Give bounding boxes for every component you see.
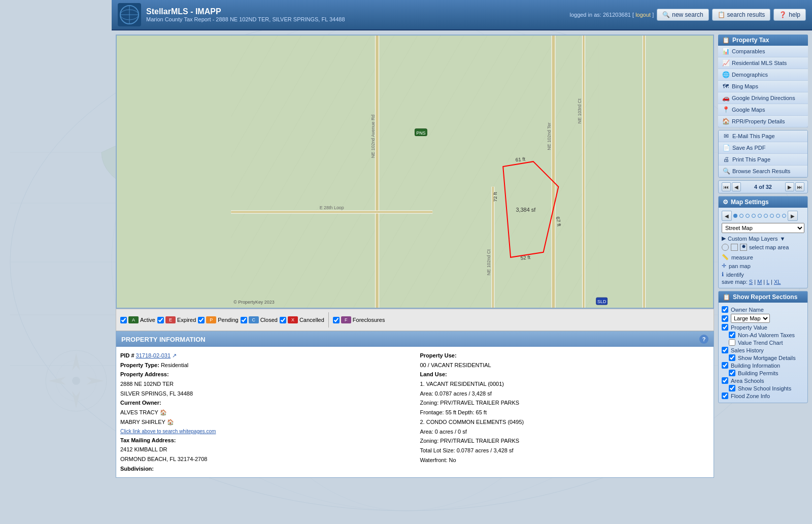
map-type-select[interactable]: Street Map Satellite Hybrid Terrain xyxy=(722,223,804,233)
value-trend-checkbox[interactable] xyxy=(729,339,735,346)
svg-text:© PropertyKey 2023: © PropertyKey 2023 xyxy=(233,300,275,305)
active-checkbox[interactable] xyxy=(120,317,127,323)
foreclosures-checkbox[interactable] xyxy=(333,317,340,323)
nav-prev-button[interactable]: ◀ xyxy=(732,182,741,191)
sidebar-item-residential-mls-stats[interactable]: 📈 Residential MLS Stats xyxy=(718,57,808,69)
email-page-item[interactable]: ✉ E-Mail This Page xyxy=(719,130,807,142)
select-poly-icon[interactable]: ⬟ xyxy=(740,244,747,251)
expired-label: Expired xyxy=(177,317,196,323)
property-type-row: Property Type: Residential xyxy=(120,361,410,370)
nav-first-button[interactable]: ⏮ xyxy=(722,182,731,191)
owner-name-checkbox[interactable] xyxy=(722,306,728,313)
closed-label: Closed xyxy=(260,317,278,323)
zoom-in-button[interactable]: ▶ xyxy=(788,211,798,221)
owner2-row: MABRY SHIRLEY 🏠 xyxy=(120,417,410,427)
closed-toggle[interactable]: C Closed xyxy=(241,316,278,323)
area-1: Area: 0.0787 acres / 3,428 sf xyxy=(420,389,710,399)
pid-link[interactable]: 31718-02-031 xyxy=(136,352,171,358)
sidebar-item-google-driving[interactable]: 🚗 Google Driving Directions xyxy=(718,92,808,104)
sidebar-item-google-maps[interactable]: 📍 Google Maps xyxy=(718,104,808,116)
pan-map-item[interactable]: ✛ pan map xyxy=(722,261,804,270)
select-area-label: select map area xyxy=(749,244,789,250)
large-map-checkbox[interactable] xyxy=(722,315,728,322)
header-right: logged in as: 261203681 [ logout ] 🔍 new… xyxy=(569,9,806,21)
mailing-city: ORMOND BEACH, FL 32174-2708 xyxy=(120,454,410,464)
google-maps-icon: 📍 xyxy=(722,106,729,113)
expired-toggle[interactable]: E Expired xyxy=(157,316,196,323)
school-insights-checkbox[interactable] xyxy=(729,385,735,391)
closed-checkbox[interactable] xyxy=(241,317,247,323)
foreclosures-label: Foreclosures xyxy=(353,317,385,323)
svg-text:NE 102nd Avenue Rd: NE 102nd Avenue Rd xyxy=(370,115,376,158)
select-rect-icon[interactable] xyxy=(731,244,738,251)
pending-icon: P xyxy=(206,316,216,323)
custom-layers-arrow: ▼ xyxy=(780,236,785,242)
save-pdf-item[interactable]: 📄 Save As PDF xyxy=(719,142,807,154)
non-ad-valorem-checkbox[interactable] xyxy=(729,332,735,338)
pending-toggle[interactable]: P Pending xyxy=(198,316,238,323)
sidebar-item-rpr[interactable]: 🏠 RPR/Property Details xyxy=(718,116,808,127)
cancelled-checkbox[interactable] xyxy=(280,317,286,323)
identify-icon: ℹ xyxy=(722,271,724,278)
property-value-checkbox[interactable] xyxy=(722,324,728,331)
cancelled-toggle[interactable]: X Cancelled xyxy=(280,316,324,323)
map-settings-icon: ⚙ xyxy=(723,199,728,206)
building-info-checkbox[interactable] xyxy=(722,362,728,369)
zoom-dot-1 xyxy=(739,214,743,218)
svg-point-10 xyxy=(72,377,80,385)
property-info-body: PID # 31718-02-031 ↗ Property Type: Resi… xyxy=(116,347,714,477)
report-non-ad-valorem: Non-Ad Valorem Taxes xyxy=(729,331,804,339)
flood-zone-checkbox[interactable] xyxy=(722,392,728,399)
sidebar-item-demographics[interactable]: 🌐 Demographics xyxy=(718,69,808,81)
help-button[interactable]: ❓ help xyxy=(773,9,806,21)
browse-label: Browse Search Results xyxy=(732,168,790,174)
email-icon: ✉ xyxy=(723,133,730,140)
print-page-item[interactable]: 🖨 Print This Page xyxy=(719,154,807,166)
new-search-icon: 🔍 xyxy=(662,11,670,18)
search-results-button[interactable]: 📋 search results xyxy=(712,9,771,21)
large-map-select[interactable]: Large Map Small Map xyxy=(731,314,770,323)
tax-mailing-label: Tax Mailing Address: xyxy=(120,436,410,445)
property-info-help[interactable]: ? xyxy=(699,335,708,344)
identify-item[interactable]: ℹ identify xyxy=(722,270,804,279)
expired-checkbox[interactable] xyxy=(157,317,164,323)
custom-layers-toggle[interactable]: ▶ Custom Map Layers ▼ xyxy=(722,235,804,242)
map-settings-section: ⚙ Map Settings ◀ ▶ xyxy=(718,196,808,288)
nav-next-button[interactable]: ▶ xyxy=(785,182,794,191)
whitepages-link[interactable]: Click link above to search whitepages.co… xyxy=(120,427,410,436)
zoom-out-button[interactable]: ◀ xyxy=(722,211,732,221)
sales-history-checkbox[interactable] xyxy=(722,347,728,353)
save-map-s[interactable]: S xyxy=(749,279,753,285)
select-circle-icon[interactable] xyxy=(722,244,729,251)
save-map-xl[interactable]: XL xyxy=(774,279,781,285)
sidebar-item-comparables[interactable]: 📊 Comparables xyxy=(718,46,808,57)
frontage-depth: Frontage: 55 ft Depth: 65 ft xyxy=(420,408,710,417)
google-driving-icon: 🚗 xyxy=(722,94,729,102)
save-map-row: save map: S | M | L | XL xyxy=(722,279,804,285)
nav-count: 4 of 32 xyxy=(754,184,772,190)
pending-checkbox[interactable] xyxy=(198,317,205,323)
select-area-row: ⬟ select map area xyxy=(722,244,804,251)
property-info-title: PROPERTY INFORMATION xyxy=(121,336,206,343)
foreclosures-toggle[interactable]: F Foreclosures xyxy=(333,316,385,323)
map-container[interactable]: NE 102nd Avenue Rd NE 102nd Ter NE 103rd… xyxy=(116,35,714,309)
zoom-dot-3 xyxy=(752,214,756,218)
mortgage-details-checkbox[interactable] xyxy=(729,354,735,361)
foreclosure-icon: F xyxy=(341,316,351,323)
building-permits-label: Building Permits xyxy=(738,370,778,376)
area-schools-checkbox[interactable] xyxy=(722,377,728,384)
save-map-m[interactable]: M xyxy=(757,279,762,285)
active-toggle[interactable]: A Active xyxy=(120,316,155,323)
new-search-button[interactable]: 🔍 new search xyxy=(657,9,708,21)
measure-item[interactable]: 📏 measure xyxy=(722,253,804,261)
mailing-address: 2412 KIMBALL DR xyxy=(120,445,410,454)
building-permits-checkbox[interactable] xyxy=(729,370,735,376)
browse-results-item[interactable]: 🔍 Browse Search Results xyxy=(719,166,807,177)
property-use-label: Property Use: xyxy=(420,351,710,361)
save-map-l[interactable]: L xyxy=(766,279,769,285)
nav-last-button[interactable]: ⏭ xyxy=(795,182,804,191)
sidebar-item-bing-maps[interactable]: 🗺 Bing Maps xyxy=(718,81,808,92)
report-area-schools: Area Schools xyxy=(722,377,804,384)
report-owner-name: Owner Name xyxy=(722,306,804,313)
logout-link[interactable]: logout xyxy=(635,12,651,18)
